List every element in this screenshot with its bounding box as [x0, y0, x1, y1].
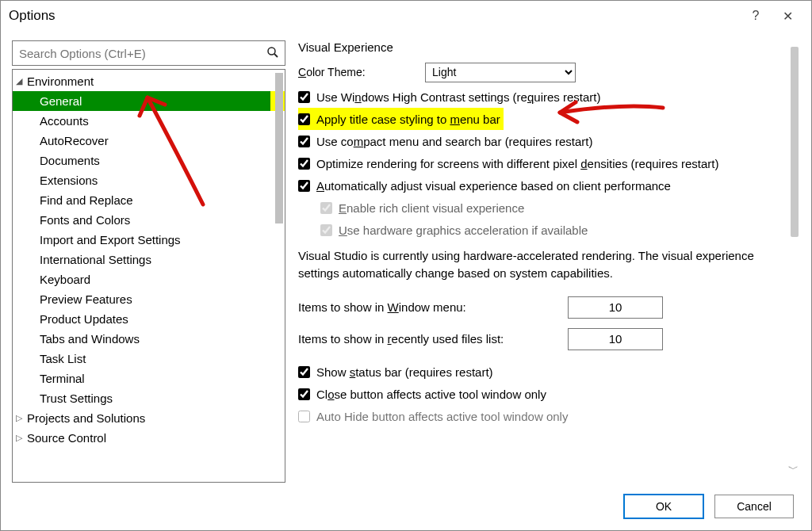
tree-environment[interactable]: ◢Environment — [13, 71, 285, 91]
recent-files-input[interactable] — [568, 328, 663, 350]
chk-status-bar[interactable]: Show status bar (requires restart) — [298, 361, 786, 384]
color-theme-label: Color Theme: — [298, 66, 425, 78]
chk-compact-box[interactable] — [298, 136, 310, 147]
tree-item-international[interactable]: International Settings — [13, 250, 285, 269]
tree-item-find-replace[interactable]: Find and Replace — [13, 190, 285, 210]
chk-rich-client-box — [320, 202, 332, 214]
title-bar: Options ? ✕ — [1, 1, 811, 32]
tree-item-product-updates[interactable]: Product Updates — [13, 309, 285, 329]
tree-item-terminal[interactable]: Terminal — [13, 369, 285, 388]
chk-status-bar-box[interactable] — [298, 366, 310, 378]
chk-auto-hide-box[interactable] — [298, 411, 310, 422]
chk-optimize[interactable]: Optimize rendering for screens with diff… — [298, 152, 786, 174]
chk-close-affects[interactable]: Close button affects active tool window … — [298, 384, 786, 406]
search-input[interactable] — [12, 40, 285, 66]
tree-item-preview[interactable]: Preview Features — [13, 289, 285, 309]
tree-item-autorecover[interactable]: AutoRecover — [13, 131, 285, 151]
expand-icon: ▷ — [16, 413, 27, 423]
dialog-footer: OK Cancel — [1, 483, 811, 530]
expand-icon: ▷ — [16, 433, 27, 443]
options-dialog: Options ? ✕ ◢Environment General Account… — [0, 0, 812, 531]
tree-item-tabs-windows[interactable]: Tabs and Windows — [13, 329, 285, 349]
recent-files-label: Items to show in recently used files lis… — [298, 332, 568, 346]
window-menu-input[interactable] — [568, 296, 663, 319]
tree-item-keyboard[interactable]: Keyboard — [13, 269, 285, 289]
chk-compact[interactable]: Use compact menu and search bar (require… — [298, 130, 786, 152]
chk-rich-client: Enable rich client visual experience — [298, 197, 786, 219]
help-button[interactable]: ? — [740, 9, 772, 23]
rendering-note: Visual Studio is currently using hardwar… — [298, 247, 786, 282]
window-title: Options — [9, 8, 56, 24]
options-tree[interactable]: ◢Environment General Accounts AutoRecove… — [12, 69, 285, 483]
tree-item-extensions[interactable]: Extensions — [13, 170, 285, 190]
ok-button[interactable]: OK — [624, 495, 703, 518]
tree-item-task-list[interactable]: Task List — [13, 349, 285, 369]
close-button[interactable]: ✕ — [772, 9, 803, 24]
tree-scrollbar[interactable] — [275, 73, 283, 223]
chk-high-contrast[interactable]: Use Windows High Contrast settings (requ… — [298, 86, 786, 108]
tree-item-documents[interactable]: Documents — [13, 151, 285, 170]
tree-item-accounts[interactable]: Accounts — [13, 111, 285, 131]
chk-auto-adjust[interactable]: Automatically adjust visual experience b… — [298, 174, 786, 197]
tree-projects[interactable]: ▷Projects and Solutions — [13, 408, 285, 428]
tree-item-fonts-colors[interactable]: Fonts and Colors — [13, 210, 285, 230]
chk-hw-accel-box — [320, 224, 332, 236]
color-theme-select[interactable]: Light — [425, 63, 576, 82]
chk-title-case-box[interactable] — [298, 113, 310, 125]
right-scrollbar[interactable] — [791, 47, 799, 237]
chk-hw-accel: Use hardware graphics acceleration if av… — [298, 219, 786, 241]
collapse-icon: ◢ — [16, 76, 27, 86]
tree-source-control[interactable]: ▷Source Control — [13, 428, 285, 448]
chk-high-contrast-box[interactable] — [298, 91, 310, 103]
chk-auto-adjust-box[interactable] — [298, 180, 310, 192]
chk-optimize-box[interactable] — [298, 158, 310, 170]
cancel-button[interactable]: Cancel — [714, 495, 794, 518]
chevron-down-icon[interactable]: ﹀ — [788, 462, 799, 476]
chk-close-affects-box[interactable] — [298, 388, 310, 400]
tree-item-general[interactable]: General — [13, 91, 270, 111]
chk-title-case[interactable]: Apply title case styling to menu bar — [298, 108, 504, 130]
tree-item-trust[interactable]: Trust Settings — [13, 388, 285, 408]
section-title: Visual Experience — [298, 40, 786, 54]
window-menu-label: Items to show in Window menu: — [298, 300, 568, 314]
chk-auto-hide[interactable]: Auto Hide button affects active tool win… — [298, 406, 786, 428]
tree-item-import-export[interactable]: Import and Export Settings — [13, 230, 285, 250]
